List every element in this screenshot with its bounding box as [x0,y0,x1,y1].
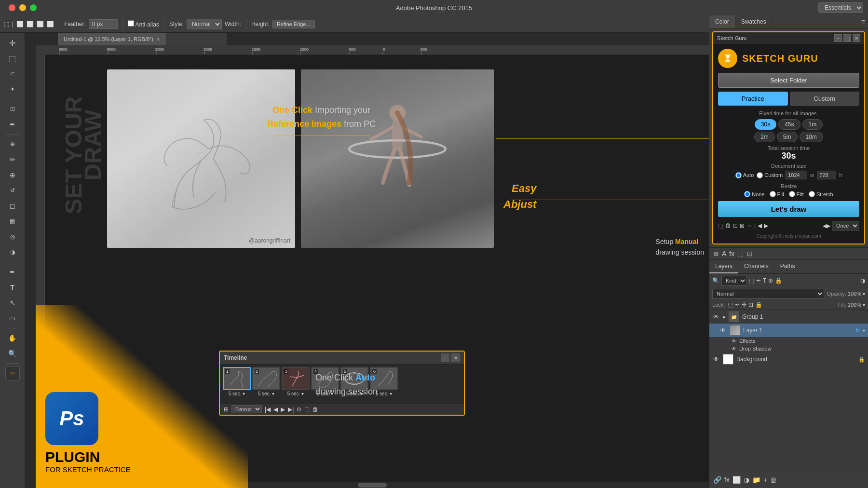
time-btn-30s[interactable]: 30s [755,119,776,130]
timeline-collapse-btn[interactable]: − [441,353,449,362]
plugin-close-btn[interactable]: ✕ [853,34,860,42]
layer1-visibility-icon[interactable]: 👁 [719,327,727,334]
new-layer-icon[interactable]: + [763,476,767,484]
lock-transparency-icon[interactable]: ⬚ [728,301,733,308]
dodge-tool[interactable]: ◑ [5,245,20,259]
effects-visibility-icon[interactable]: 👁 [732,339,736,344]
healing-brush-tool[interactable]: ⊕ [5,137,20,151]
add-mask-icon[interactable]: ⬜ [732,476,741,484]
path-select-tool[interactable]: ↖ [5,296,20,310]
text-tool[interactable]: T [5,280,20,295]
lock-position-icon[interactable]: ✛ [742,301,746,308]
playback-icon3[interactable]: ⊡ [733,222,738,229]
eraser-tool[interactable]: ◻ [5,199,20,213]
time-btn-1m[interactable]: 1m [802,119,823,130]
adjustment-layer-icon[interactable]: ◑ [744,476,749,484]
panel-icon-1[interactable]: ≡ [861,18,865,26]
opacity-chevron[interactable]: ▾ [863,291,865,297]
brush-tool[interactable]: ✏ [5,152,20,167]
paths-tab[interactable]: Paths [774,260,801,273]
time-btn-2m[interactable]: 2m [754,132,775,142]
group-expand-icon[interactable]: ▸ [723,313,726,320]
panel-tool-4[interactable]: ⬚ [737,250,744,258]
plugin-minimize-btn[interactable]: − [834,34,842,42]
stretch-resize-radio[interactable] [809,191,815,197]
bg-visibility-icon[interactable]: 👁 [712,356,720,363]
background-layer-item[interactable]: 👁 Background 🔒 [709,352,868,366]
zoom-tool[interactable]: 🔍 [5,346,20,361]
prev-frame-icon[interactable]: ◀ [273,406,278,413]
magic-wand-tool[interactable]: ✦ [5,82,20,96]
timeline-frame-1[interactable]: 1 5 sec. ▾ [223,367,251,396]
timeline-frame-2[interactable]: 2 5 sec. ▾ [252,367,280,396]
fill-value[interactable]: 100% [848,302,861,308]
document-tab[interactable]: Untitled-1 @ 12.5% (Layer 1, RGB/8*) ✕ [58,33,166,45]
playback-icon8[interactable]: ▶ [764,222,768,229]
play-start-icon[interactable]: |◀ [265,406,271,413]
custom-radio[interactable] [757,172,763,178]
lock-paint-icon[interactable]: ✒ [735,301,740,308]
loop-selector[interactable]: Forever [231,405,262,413]
feather-input[interactable] [89,19,118,29]
playback-icon7[interactable]: ◀ [758,222,762,229]
auto-radio[interactable] [735,172,742,178]
lets-draw-button[interactable]: Let's draw [718,201,859,217]
layer1-item[interactable]: 👁 Layer 1 fx ▾ [709,324,868,337]
fitt-resize-radio[interactable] [789,191,795,197]
none-resize-radio[interactable] [744,191,750,197]
lock-artboard-icon[interactable]: ⊡ [748,301,753,308]
plugin-expand-btn[interactable]: ⬚ [843,34,851,42]
select-folder-button[interactable]: Select Folder [718,73,859,88]
history-brush-tool[interactable]: ↺ [5,183,20,198]
maximize-button[interactable] [30,4,37,11]
refine-edge-button[interactable]: Refine Edge... [272,20,315,28]
layer-group-item[interactable]: 👁 ▸ 📁 Group 1 [709,310,868,324]
gradient-tool[interactable]: ▦ [5,214,20,229]
style-select[interactable]: Normal [187,19,222,29]
group-layers-icon[interactable]: 📁 [752,476,760,484]
filter-toggle[interactable]: ◑ [860,277,865,284]
blend-mode-select[interactable]: Normal [712,289,824,298]
opacity-value[interactable]: 100% [848,291,861,297]
width-input[interactable] [786,171,807,179]
height-input[interactable] [817,171,836,179]
layers-tab[interactable]: Layers [709,260,738,273]
playback-icon1[interactable]: ⬚ [718,222,723,229]
panel-tool-5[interactable]: ⊡ [746,250,752,258]
practice-button[interactable]: Practice [718,92,788,106]
filter-icon-5[interactable]: 🔒 [775,277,782,284]
filter-icon-1[interactable]: ⬚ [749,277,754,284]
filter-icon-2[interactable]: ✒ [756,277,761,284]
once-selector[interactable]: Once [832,221,859,230]
timeline-close-btn[interactable]: ✕ [451,353,460,362]
panel-tool-1[interactable]: ⊕ [713,250,719,258]
layer-style-icon[interactable]: fx [724,476,730,484]
filter-icon-4[interactable]: ⊕ [768,277,773,284]
layer1-expand-icon[interactable]: ▾ [863,328,865,333]
swatches-tab[interactable]: Swatches [735,15,773,28]
group-visibility-icon[interactable]: 👁 [712,313,720,320]
playback-icon6[interactable]: | [754,222,756,229]
minimize-button[interactable] [19,4,26,11]
tween-icon[interactable]: ⊙ [297,406,301,413]
time-btn-10m[interactable]: 10m [800,132,823,142]
panel-tool-3[interactable]: fx [729,250,734,258]
blur-tool[interactable]: ◎ [5,230,20,244]
delete-layer-icon[interactable]: 🗑 [770,476,777,484]
tab-close-icon[interactable]: ✕ [156,37,160,42]
antialias-checkbox[interactable] [128,20,134,27]
playback-icon5[interactable]: ↔ [746,222,752,229]
next-frame-icon[interactable]: ▶| [288,406,294,413]
timeline-frame-3[interactable]: 3 5 sec. ▾ [282,367,310,396]
sketch-guru-side-icon[interactable]: SG [5,366,20,380]
lasso-tool[interactable]: ⊂ [5,67,20,81]
close-button[interactable] [9,4,15,11]
drop-shadow-visibility-icon[interactable]: 👁 [732,346,736,352]
workspace-selector[interactable]: Essentials [818,2,863,13]
move-tool[interactable]: ✛ [5,36,20,50]
playback-icon4[interactable]: ⊠ [740,222,745,229]
kind-selector[interactable]: Kind [721,276,747,285]
custom-button[interactable]: Custom [790,92,860,106]
hand-tool[interactable]: ✋ [5,331,20,345]
color-tab[interactable]: Color [709,15,735,28]
